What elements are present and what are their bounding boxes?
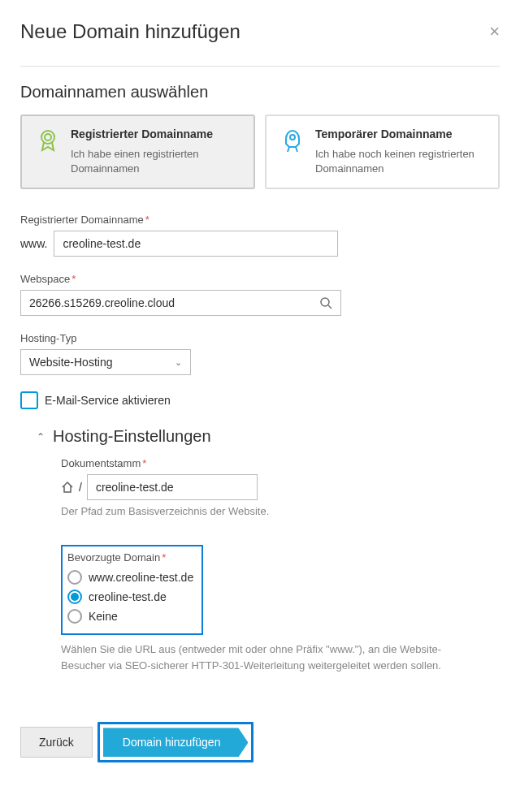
domain-name-input[interactable]: [54, 231, 338, 257]
dialog-title: Neue Domain hinzufügen: [20, 20, 240, 43]
divider: [20, 66, 500, 67]
webspace-value: 26266.s15269.creoline.cloud: [29, 296, 175, 309]
preferred-domain-hint: Wählen Sie die URL aus (entweder mit ode…: [61, 641, 451, 673]
radio-icon: [67, 570, 82, 585]
card-registered-title: Registrierter Domainname: [71, 127, 240, 140]
required-star: *: [162, 551, 166, 564]
hosting-type-value: Website-Hosting: [29, 356, 112, 369]
card-temporary-domain[interactable]: Temporärer Domainname Ich habe noch kein…: [265, 114, 500, 189]
hosting-type-select[interactable]: Website-Hosting ⌄: [20, 349, 191, 375]
radio-icon: [67, 590, 82, 604]
required-star: *: [145, 214, 150, 226]
doc-root-hint: Der Pfad zum Basisverzeichnis der Websit…: [61, 505, 500, 517]
email-service-checkbox[interactable]: [20, 391, 38, 409]
collapse-caret-icon[interactable]: ⌃: [37, 431, 45, 443]
required-star: *: [72, 273, 76, 285]
chevron-down-icon: ⌄: [175, 357, 182, 368]
close-icon[interactable]: ×: [489, 21, 500, 42]
doc-root-input[interactable]: [87, 474, 258, 500]
email-service-label: E-Mail-Service aktivieren: [45, 394, 171, 407]
radio-plain[interactable]: creoline-test.de: [67, 590, 193, 604]
svg-point-1: [45, 134, 51, 140]
add-domain-button[interactable]: Domain hinzufügen: [103, 728, 249, 757]
webspace-select[interactable]: 26266.s15269.creoline.cloud: [20, 290, 341, 316]
doc-root-prefix: /: [79, 481, 82, 494]
domain-prefix: www.: [20, 237, 47, 250]
hosting-type-label: Hosting-Typ: [20, 332, 500, 344]
rocket-icon: [280, 127, 306, 153]
radio-www[interactable]: www.creoline-test.de: [67, 570, 193, 585]
home-icon: [61, 481, 74, 494]
radio-none-label: Keine: [89, 610, 118, 623]
card-registered-domain[interactable]: Registrierter Domainname Ich habe einen …: [20, 114, 255, 189]
domain-type-cards: Registrierter Domainname Ich habe einen …: [20, 114, 500, 189]
required-star: *: [142, 457, 146, 469]
radio-none[interactable]: Keine: [67, 609, 193, 624]
svg-point-3: [321, 298, 329, 306]
svg-point-2: [290, 135, 295, 140]
radio-icon: [67, 609, 82, 624]
svg-point-0: [41, 131, 54, 144]
radio-www-label: www.creoline-test.de: [89, 571, 193, 584]
ribbon-icon: [35, 127, 61, 153]
hosting-settings-title: Hosting-Einstellungen: [53, 427, 211, 446]
webspace-label: Webspace*: [20, 273, 500, 285]
domain-name-label: Registrierter Domainname*: [20, 214, 500, 226]
back-button[interactable]: Zurück: [20, 727, 93, 758]
card-registered-desc: Ich habe einen registrierten Domainnamen: [71, 147, 240, 176]
radio-plain-label: creoline-test.de: [89, 590, 167, 603]
section-select-domain: Domainnamen auswählen: [20, 83, 500, 102]
search-icon: [319, 296, 332, 309]
submit-button-highlight: Domain hinzufügen: [98, 722, 254, 762]
card-temporary-desc: Ich habe noch keinen registrierten Domai…: [315, 147, 485, 176]
svg-line-4: [328, 305, 332, 309]
doc-root-label: Dokumentstamm*: [61, 457, 500, 469]
preferred-domain-highlight: Bevorzugte Domain* www.creoline-test.de …: [61, 545, 203, 635]
card-temporary-title: Temporärer Domainname: [315, 127, 485, 140]
preferred-domain-label: Bevorzugte Domain*: [67, 551, 193, 564]
